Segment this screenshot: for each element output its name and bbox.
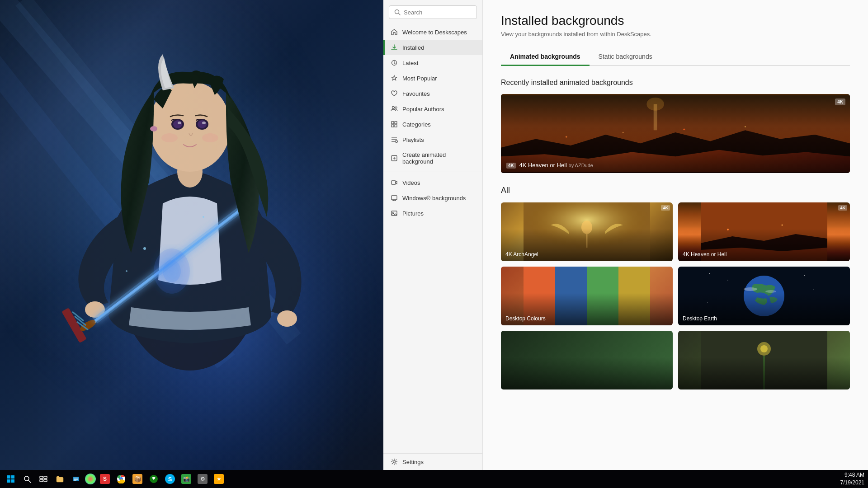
svg-rect-98 [74,480,76,481]
svg-rect-38 [392,122,394,124]
taskbar-color-palette[interactable] [85,474,96,484]
svg-rect-40 [392,125,394,127]
page-title: Installed backgrounds [501,14,850,28]
nav-separator [383,172,482,172]
taskbar-start-button[interactable] [4,472,18,486]
recently-installed-section-title: Recently installed animated backgrounds [501,79,850,87]
sidebar-item-latest[interactable]: Latest [383,55,482,70]
svg-rect-95 [44,479,47,482]
taskbar-app-5[interactable]: ★ [212,472,226,486]
wallpaper-character [0,0,383,470]
taskbar-skype[interactable]: S [163,472,177,486]
all-section-title: All [501,186,850,195]
thumb-archangel[interactable]: 4K ArchAngel 4K [501,202,673,261]
taskbar-file-explorer[interactable] [52,472,67,486]
windows-bg-icon [391,194,398,202]
sidebar-item-pictures[interactable]: Pictures [383,206,482,221]
svg-point-27 [202,133,218,142]
featured-badge: 4K [835,99,845,105]
thumb-heaven-or-hell[interactable]: 4K Heaven or Hell 4K [678,202,850,261]
thumb-desktop-colours[interactable]: Desktop Colours [501,267,673,325]
svg-rect-96 [74,478,78,479]
thumb-desktop-colours-label: Desktop Colours [505,315,546,322]
sidebar-item-popular-authors[interactable]: Popular Authors [383,101,482,117]
svg-point-45 [396,141,398,143]
svg-point-36 [392,107,395,109]
main-panel: Installed backgrounds View your backgrou… [483,0,868,470]
sidebar-item-favourites-label: Favourites [402,90,430,97]
featured-card[interactable]: 4K 4K Heaven or Hell by AZDude 4K [501,94,850,173]
svg-point-37 [395,107,397,108]
thumb-6[interactable] [678,331,850,389]
home-icon [391,28,398,36]
taskbar-app-2[interactable]: 📦 [130,472,145,486]
search-box[interactable] [389,5,477,19]
taskbar-search-button[interactable] [20,472,34,486]
sidebar-item-most-popular[interactable]: Most Popular [383,70,482,86]
svg-point-29 [163,260,181,282]
sidebar-item-favourites[interactable]: Favourites [383,86,482,101]
sidebar-item-categories[interactable]: Categories [383,117,482,132]
svg-rect-89 [11,479,14,483]
taskbar-app-1[interactable]: S [98,472,112,486]
svg-rect-94 [40,479,43,482]
taskbar-file-manager[interactable] [69,472,83,486]
svg-point-26 [161,133,178,142]
svg-rect-88 [7,479,10,483]
settings-item[interactable]: Settings [383,453,482,470]
thumb-6-overlay [678,331,850,389]
settings-label: Settings [402,459,424,465]
sidebar-item-create-animated-label: Create animated background [402,151,475,165]
sidebar-item-videos-label: Videos [402,179,420,186]
svg-rect-41 [395,125,397,127]
thumb-archangel-badge: 4K [661,205,670,211]
sidebar-item-create-animated[interactable]: Create animated background [383,147,482,169]
thumb-5[interactable] [501,331,673,389]
sidebar-item-windows-backgrounds[interactable]: Windows® backgrounds [383,190,482,206]
taskbar-time-display: 9:48 AM [840,471,864,479]
grid-icon [391,121,398,128]
taskbar-task-view[interactable] [36,472,51,486]
download-icon [391,44,398,51]
svg-rect-86 [7,475,10,479]
sidebar-item-categories-label: Categories [402,121,431,128]
taskbar-app-3[interactable]: 📸 [179,472,193,486]
taskbar-xbox[interactable] [146,472,161,486]
thumb-5-overlay [501,331,673,389]
sidebar-item-videos[interactable]: Videos [383,175,482,190]
heart-icon [391,90,398,97]
sidebar-item-windows-backgrounds-label: Windows® backgrounds [402,195,466,202]
taskbar-app-4[interactable]: ⚙ [195,472,210,486]
tab-static-backgrounds[interactable]: Static backgrounds [590,48,661,66]
taskbar-system-tray: 9:48 AM 7/19/2021 [840,471,864,487]
svg-point-31 [203,216,204,218]
thumb-desktop-earth[interactable]: Desktop Earth [678,267,850,325]
search-input[interactable] [404,9,472,16]
sidebar-item-latest-label: Latest [402,60,418,66]
people-icon [391,105,398,113]
list-icon [391,136,398,143]
picture-icon [391,210,398,217]
sidebar-item-pictures-label: Pictures [402,210,424,217]
sidebar-item-welcome[interactable]: Welcome to Deskscapes [383,24,482,40]
svg-point-54 [393,461,396,463]
featured-4k-badge: 4K [506,163,516,169]
svg-point-7 [277,310,297,327]
svg-rect-87 [11,475,14,479]
svg-rect-49 [392,181,396,184]
sidebar: Welcome to Deskscapes Installed [383,0,483,470]
tab-animated-backgrounds[interactable]: Animated backgrounds [501,48,590,66]
sidebar-item-playlists-label: Playlists [402,136,424,143]
sidebar-item-playlists[interactable]: Playlists [383,132,482,147]
taskbar-chrome[interactable] [114,472,128,486]
clock-icon [391,59,398,66]
sidebar-item-most-popular-label: Most Popular [402,75,437,82]
sidebar-item-installed[interactable]: Installed [383,40,482,55]
star-icon [391,75,398,82]
thumb-heaven-or-hell-label: 4K Heaven or Hell [683,251,726,258]
svg-point-32 [126,270,127,272]
thumb-desktop-earth-label: Desktop Earth [683,315,717,322]
svg-point-24 [178,122,181,124]
plus-box-icon [391,155,398,162]
svg-rect-93 [44,476,47,479]
